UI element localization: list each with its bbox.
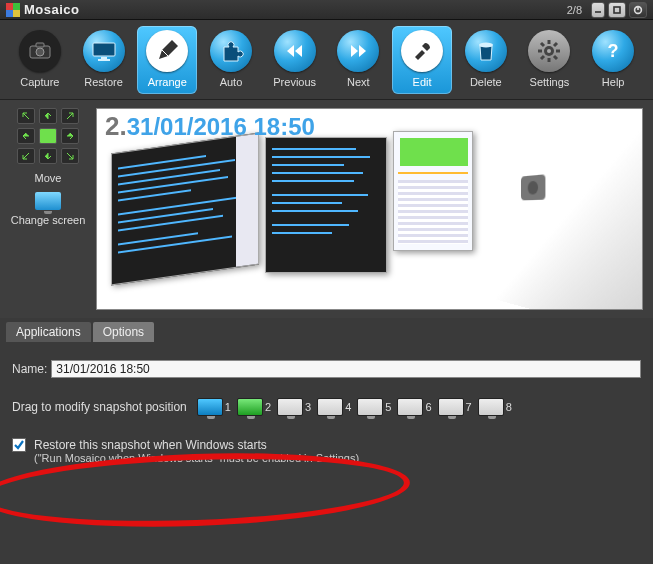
name-label: Name:	[12, 362, 47, 376]
help-icon: ?	[592, 30, 634, 72]
monitor-icon	[357, 398, 383, 416]
toolbar-label: Next	[347, 76, 370, 88]
position-slot-2[interactable]: 2	[237, 398, 271, 416]
dpad-up[interactable]	[39, 108, 57, 124]
restore-on-start-checkbox[interactable]	[12, 438, 26, 452]
options-panel: Name: Drag to modify snapshot position 1…	[0, 342, 653, 564]
position-slot-8[interactable]: 8	[478, 398, 512, 416]
svg-point-10	[547, 49, 551, 53]
slot-number: 5	[385, 401, 391, 413]
dpad-left[interactable]	[17, 128, 35, 144]
position-slot-7[interactable]: 7	[438, 398, 472, 416]
monitor-icon	[83, 30, 125, 72]
svg-rect-0	[614, 7, 620, 13]
gear-icon	[528, 30, 570, 72]
toolbar-label: Delete	[470, 76, 502, 88]
maximize-button[interactable]	[608, 2, 626, 18]
previous-button[interactable]: Previous	[265, 26, 325, 94]
dpad-down-right[interactable]	[61, 148, 79, 164]
forward-icon	[337, 30, 379, 72]
snapshot-stage[interactable]: 2.31/01/2016 18:50	[96, 108, 643, 310]
restore-button[interactable]: Restore	[74, 26, 134, 94]
snapshot-overlay: 2.31/01/2016 18:50	[105, 111, 315, 142]
dpad-center[interactable]	[39, 128, 57, 144]
settings-button[interactable]: Settings	[520, 26, 580, 94]
dpad-up-right[interactable]	[61, 108, 79, 124]
change-screen-label: Change screen	[11, 214, 86, 226]
slot-number: 3	[305, 401, 311, 413]
app-title: Mosaico	[24, 2, 80, 17]
snapshot-index: 2.	[105, 111, 127, 141]
rewind-icon	[274, 30, 316, 72]
toolbar-label: Arrange	[148, 76, 187, 88]
camera-icon	[19, 30, 61, 72]
title-bar: Mosaico 2/8	[0, 0, 653, 20]
toolbar-label: Auto	[220, 76, 243, 88]
slot-number: 6	[425, 401, 431, 413]
app-logo-icon	[6, 3, 20, 17]
move-dpad	[12, 108, 84, 164]
dpad-down-left[interactable]	[17, 148, 35, 164]
slot-number: 8	[506, 401, 512, 413]
window-thumb[interactable]	[265, 137, 387, 273]
next-button[interactable]: Next	[329, 26, 389, 94]
power-button[interactable]	[629, 2, 647, 18]
monitor-icon	[478, 398, 504, 416]
edit-button[interactable]: Edit	[392, 26, 452, 94]
slot-number: 2	[265, 401, 271, 413]
restore-label: Restore this snapshot when Windows start…	[34, 438, 359, 452]
snapshot-title: 31/01/2016 18:50	[127, 113, 315, 140]
monitor-icon	[237, 398, 263, 416]
move-label: Move	[35, 172, 62, 184]
toolbar-label: Capture	[20, 76, 59, 88]
dpad-right[interactable]	[61, 128, 79, 144]
screen-icon	[35, 192, 61, 210]
blank-window-thumb[interactable]	[494, 108, 643, 310]
toolbar-label: Settings	[530, 76, 570, 88]
tab-options[interactable]: Options	[93, 322, 154, 342]
tab-applications[interactable]: Applications	[6, 322, 91, 342]
svg-rect-6	[101, 57, 107, 59]
position-slot-4[interactable]: 4	[317, 398, 351, 416]
change-screen-button[interactable]: Change screen	[11, 192, 86, 226]
window-thumb[interactable]	[393, 131, 473, 251]
snapshot-name-input[interactable]	[51, 360, 641, 378]
options-tabs: Applications Options	[0, 318, 653, 342]
tools-icon	[401, 30, 443, 72]
monitor-icon	[197, 398, 223, 416]
monitor-icon	[397, 398, 423, 416]
auto-button[interactable]: Auto	[201, 26, 261, 94]
position-slot-1[interactable]: 1	[197, 398, 231, 416]
help-button[interactable]: ? Help	[583, 26, 643, 94]
slot-number: 1	[225, 401, 231, 413]
delete-button[interactable]: Delete	[456, 26, 516, 94]
main-toolbar: Capture Restore Arrange Auto Previous	[0, 20, 653, 100]
app-window: Mosaico 2/8 Capture Restore Arrange	[0, 0, 653, 564]
position-slot-5[interactable]: 5	[357, 398, 391, 416]
toolbar-label: Previous	[273, 76, 316, 88]
position-slot-6[interactable]: 6	[397, 398, 431, 416]
pencil-icon	[146, 30, 188, 72]
monitor-icon	[277, 398, 303, 416]
workspace-indicator: 2/8	[567, 4, 582, 16]
toolbar-label: Help	[602, 76, 625, 88]
toolbar-label: Edit	[413, 76, 432, 88]
camera-icon	[521, 174, 545, 200]
capture-button[interactable]: Capture	[10, 26, 70, 94]
svg-point-8	[479, 43, 493, 48]
arrange-button[interactable]: Arrange	[137, 26, 197, 94]
restore-hint: ("Run Mosaico when Windows starts" must …	[34, 452, 359, 464]
trash-icon	[465, 30, 507, 72]
side-panel: Move Change screen	[0, 100, 96, 318]
dpad-down[interactable]	[39, 148, 57, 164]
drag-label: Drag to modify snapshot position	[12, 400, 187, 414]
position-slots: 1 2 3 4 5 6 7 8	[197, 398, 512, 416]
position-slot-3[interactable]: 3	[277, 398, 311, 416]
svg-rect-4	[36, 43, 44, 47]
puzzle-icon	[210, 30, 252, 72]
dpad-up-left[interactable]	[17, 108, 35, 124]
window-thumb[interactable]	[111, 133, 259, 286]
minimize-button[interactable]	[591, 2, 605, 18]
svg-text:?: ?	[608, 41, 619, 61]
workspace-area: Move Change screen 2.31/01/2016 18:50	[0, 100, 653, 318]
